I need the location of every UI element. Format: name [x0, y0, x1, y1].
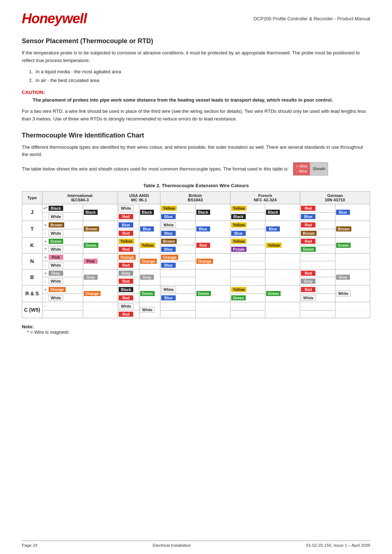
type-J: J: [22, 204, 42, 221]
J-bs-wire: Yellow: [160, 204, 195, 212]
K-ansi-minus: Red: [118, 245, 139, 253]
section1-body1: If the temperature probe is to be subjec…: [22, 49, 370, 65]
T-nfc-sheath: Blue: [265, 221, 300, 237]
N-bs-wire: Orange: [160, 253, 195, 261]
K-ansi-wire: Yellow: [118, 237, 139, 245]
J-din-minus: Blue: [300, 212, 335, 221]
N-ansi-wire: Orange: [118, 253, 139, 261]
T-ansi-wire: Blue: [118, 221, 139, 229]
B-bs-wire: . . . . . . . .: [160, 269, 195, 277]
T-bs-sheath: Blue: [195, 221, 230, 237]
J-nfc-minus: Black: [230, 212, 265, 221]
N-bs-sheath: Orange: [195, 253, 230, 269]
col-nfc: FrenchNFC 42-324: [230, 191, 300, 204]
legend-para: The table below shows the wire and sheat…: [22, 162, 370, 176]
logo: Honeywell: [22, 11, 87, 26]
note-section: Note: * = Wire is magnetic: [22, 324, 370, 335]
section2-body2: The table below shows the wire and sheat…: [22, 166, 289, 172]
RS-ansi-wire: Black: [118, 285, 139, 294]
K-ansi-sheath: Yellow: [139, 237, 160, 253]
J-iec-wire: +* Black: [42, 204, 83, 212]
K-nfc-sheath: Yellow: [265, 237, 300, 253]
RS-bs-wire: White: [160, 285, 195, 294]
col-din: GermanDIN 43710: [300, 191, 370, 204]
CW5-nfc-wire: . . . . . . . .: [230, 302, 265, 310]
T-ansi-sheath: Blue: [139, 221, 160, 237]
T-din-wire: Red: [300, 221, 335, 229]
CW5-iec-minus: - . . . . . . .: [42, 310, 83, 318]
J-bs-minus: Blue: [160, 212, 195, 221]
type-B: B: [22, 269, 42, 285]
type-RS: R & S: [22, 285, 42, 302]
CW5-din-wire: . . . . . . . .: [300, 302, 335, 310]
CW5-ansi-wire: White: [118, 302, 139, 310]
T-ansi-minus: Red: [118, 229, 139, 237]
RS-bs-minus: Blue: [160, 294, 195, 302]
K-bs-wire: Brown: [160, 237, 195, 245]
note-text: * = Wire is magnetic: [22, 329, 69, 335]
table-row-RS: R & S + Orange Orange Black Green: [22, 285, 370, 294]
B-bs-sheath: . . . . . . . .: [195, 269, 230, 285]
N-iec-sheath: Pink: [83, 253, 118, 269]
footer-center: Electrical Installation: [153, 543, 191, 547]
N-nfc-wire: . . . . . . . .: [230, 253, 265, 261]
table-row-B: B + Grey Grey Grey Grey . . . . . . . .: [22, 269, 370, 277]
wire-identification-table: Type InternationalIEC584-3 USA ANSIMC 96…: [22, 191, 370, 318]
J-din-wire: Red: [300, 204, 335, 212]
K-iec-wire: + Green: [42, 237, 83, 245]
header-title: DCP200 Profile Controller & Recorder - P…: [253, 16, 370, 21]
footer-right: 51-52-25-150, Issue 1 – April 2009: [306, 543, 370, 547]
RS-nfc-wire: Yellow: [230, 285, 265, 294]
legend-sheath: Sheath: [310, 163, 328, 175]
RS-iec-wire: + Orange: [42, 285, 83, 294]
N-ansi-minus: Red: [118, 261, 139, 269]
type-T: T: [22, 221, 42, 237]
note-label: Note:: [22, 324, 34, 329]
J-iec-sheath: Black: [83, 204, 118, 221]
B-iec-wire: + Grey: [42, 269, 83, 277]
T-iec-sheath: Brown: [83, 221, 118, 237]
section2-body1: The different thermocouple types are ide…: [22, 144, 370, 159]
col-iec: InternationalIEC584-3: [42, 191, 118, 204]
CW5-bs-minus: . . . . . . . .: [160, 310, 195, 318]
N-iec-minus: - White: [42, 261, 83, 269]
N-nfc-sheath: . . . . . . . .: [265, 253, 300, 269]
CW5-ansi-minus: Red: [118, 310, 139, 318]
RS-din-sheath: White: [335, 285, 370, 302]
B-iec-sheath: Grey: [83, 269, 118, 285]
CW5-bs-wire: . . . . . . . .: [160, 302, 195, 310]
K-din-minus: Green: [300, 245, 335, 253]
section1-body2: For a two wire RTD, a wire link should b…: [22, 108, 370, 123]
RS-ansi-minus: Red: [118, 294, 139, 302]
J-nfc-sheath: Black: [265, 204, 300, 221]
CW5-nfc-minus: . . . . . . . .: [230, 310, 265, 318]
RS-din-wire: Red: [300, 285, 335, 294]
section2-heading: Thermocouple Wire Identification Chart: [22, 132, 370, 139]
caution-text: The placement of probes into pipe work s…: [33, 97, 370, 104]
RS-ansi-sheath: Green: [139, 285, 160, 302]
B-din-sheath: Grey: [335, 269, 370, 285]
K-iec-sheath: Green: [83, 237, 118, 253]
J-ansi-sheath: Black: [139, 204, 160, 221]
B-din-wire: Red: [300, 269, 335, 277]
CW5-din-minus: . . . . . . . .: [300, 310, 335, 318]
T-iec-minus: - White: [42, 229, 83, 237]
RS-din-minus: White: [300, 294, 335, 302]
J-din-sheath: Blue: [335, 204, 370, 221]
N-bs-minus: Blue: [160, 261, 195, 269]
table-caption: Table 2. Thermocouple Extension Wire Col…: [22, 183, 370, 188]
type-N: N: [22, 253, 42, 269]
N-din-wire: . . . . . . . .: [300, 253, 335, 261]
footer-left: Page 24: [22, 543, 37, 547]
CW5-iec-sheath: . . . . . . . .: [83, 302, 118, 318]
J-iec-minus: - White: [42, 212, 83, 221]
CW5-din-sheath: . . . . . . . .: [335, 302, 370, 318]
T-bs-minus: Blue: [160, 229, 195, 237]
B-nfc-wire: . . . . . . . .: [230, 269, 265, 277]
type-K: K: [22, 237, 42, 253]
B-ansi-sheath: Grey: [139, 269, 160, 285]
K-nfc-wire: Yellow: [230, 237, 265, 245]
J-ansi-minus: Red: [118, 212, 139, 221]
col-bs: BritishBS1843: [160, 191, 230, 204]
K-bs-sheath: Red: [195, 237, 230, 253]
